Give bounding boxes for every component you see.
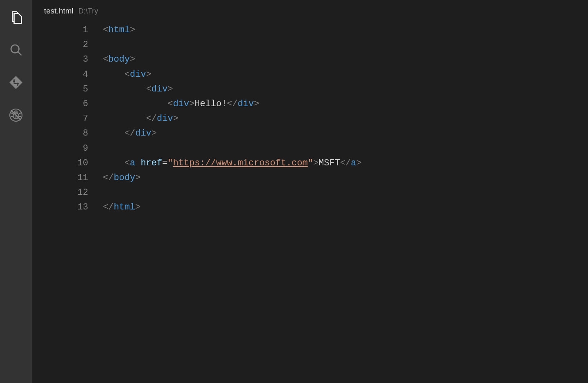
line-number: 13 [32,200,88,215]
line-number: 1 [32,23,88,38]
line-number: 8 [32,126,88,141]
line-number: 7 [32,111,88,126]
svg-point-0 [11,45,19,53]
svg-line-11 [19,113,21,114]
line-number: 5 [32,82,88,97]
line-number: 2 [32,38,88,52]
search-icon[interactable] [6,40,26,60]
tab-filepath: D:\Try [78,7,98,16]
tab-filename: test.html [44,7,74,16]
code-editor[interactable]: 1 2 3 4 5 6 7 8 9 10 11 12 13 <html> <bo… [32,22,588,383]
line-number-gutter: 1 2 3 4 5 6 7 8 9 10 11 12 13 [32,23,103,383]
line-number: 11 [32,171,88,185]
source-control-icon[interactable] [6,73,26,92]
line-number: 12 [32,185,88,200]
editor-group: test.html D:\Try 1 2 3 4 5 6 7 8 9 10 11… [32,0,588,383]
debug-icon[interactable] [6,105,26,125]
line-number: 9 [32,141,88,156]
svg-point-3 [13,80,15,82]
line-number: 6 [32,97,88,111]
svg-line-10 [11,113,13,114]
editor-tab[interactable]: test.html D:\Try [32,0,588,22]
line-number: 10 [32,156,88,171]
explorer-icon[interactable] [6,7,26,27]
svg-point-4 [17,83,19,85]
svg-line-1 [18,52,21,55]
line-number: 4 [32,67,88,82]
activity-bar [0,0,32,383]
code-content[interactable]: <html> <body> <div> <div> <div>Hello!</d… [103,23,588,383]
line-number: 3 [32,52,88,67]
